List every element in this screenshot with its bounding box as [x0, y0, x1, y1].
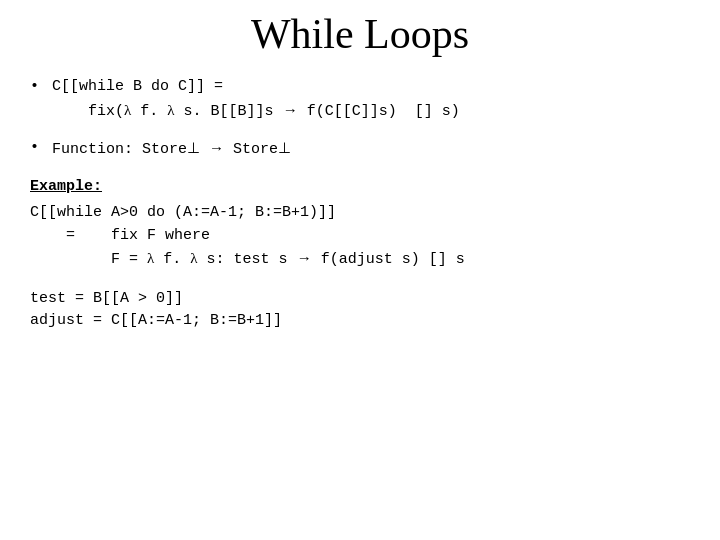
bullet-1-line2: fix(λ f. λ s. B[[B]]s → f(C[[C]]s) [] s)	[52, 99, 690, 124]
example-line5: adjust = C[[A:=A-1; B:=B+1]]	[30, 310, 690, 333]
bullet-item-2: • Function: Store⊥ → Store⊥	[30, 137, 690, 162]
example-line2: = fix F where	[30, 225, 690, 248]
example-line1: C[[while A>0 do (A:=A-1; B:=B+1)]]	[30, 202, 690, 225]
example-section: Example: C[[while A>0 do (A:=A-1; B:=B+1…	[30, 176, 690, 272]
example-line4: test = B[[A > 0]]	[30, 288, 690, 311]
bullet-2-line1: Function: Store⊥ → Store⊥	[52, 137, 690, 162]
bullet-2-content: Function: Store⊥ → Store⊥	[52, 137, 690, 162]
page: While Loops • C[[while B do C]] = fix(λ …	[0, 0, 720, 540]
bullet-1-marker: •	[30, 76, 48, 99]
bullet-2-marker: •	[30, 137, 48, 160]
example-line3: F = λ f. λ s: test s → f(adjust s) [] s	[30, 247, 690, 272]
example-header: Example:	[30, 176, 690, 199]
bullet-item-1: • C[[while B do C]] = fix(λ f. λ s. B[[B…	[30, 76, 690, 123]
page-title: While Loops	[30, 10, 690, 58]
bullet-1-content: C[[while B do C]] = fix(λ f. λ s. B[[B]]…	[52, 76, 690, 123]
bullet-1-line1: C[[while B do C]] =	[52, 76, 690, 99]
example-bottom: test = B[[A > 0]] adjust = C[[A:=A-1; B:…	[30, 288, 690, 333]
